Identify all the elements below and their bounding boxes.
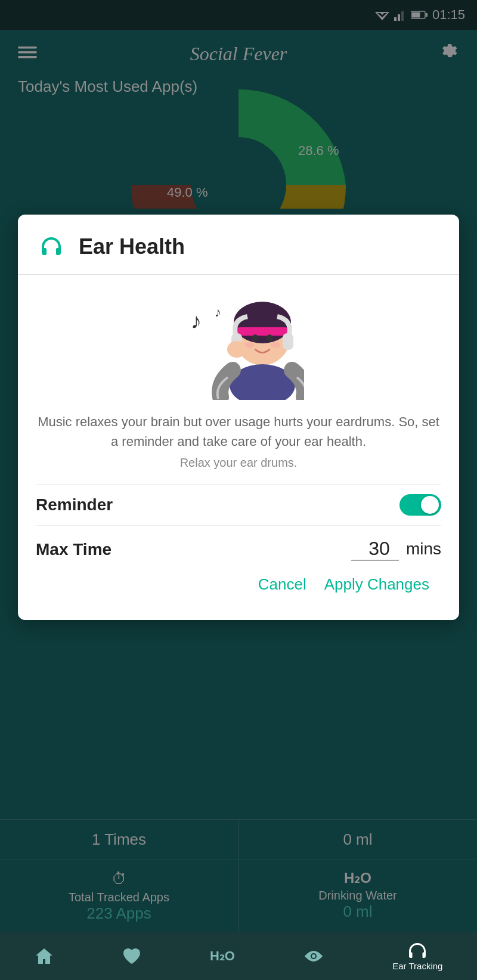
dialog-sub-text: Relax your ear drums.: [36, 456, 441, 470]
nav-heart[interactable]: [122, 947, 141, 965]
eye-icon: [303, 948, 324, 964]
svg-text:♪: ♪: [215, 305, 221, 320]
ear-tracking-label: Ear Tracking: [392, 961, 442, 971]
max-time-input[interactable]: [351, 538, 399, 561]
girl-illustration: ♪ ♪: [173, 287, 304, 400]
toggle-knob: [421, 496, 439, 514]
nav-water[interactable]: H₂O: [210, 948, 235, 964]
dialog-description: Music relaxes your brain but over usage …: [36, 412, 441, 451]
reminder-toggle[interactable]: [399, 494, 441, 516]
svg-text:♪: ♪: [191, 309, 202, 333]
max-time-label: Max Time: [36, 540, 111, 559]
svg-point-26: [271, 342, 280, 348]
svg-rect-20: [236, 327, 289, 336]
svg-point-24: [267, 334, 272, 342]
svg-point-15: [36, 231, 67, 262]
nav-eye[interactable]: [303, 948, 324, 964]
nav-ear-tracking[interactable]: Ear Tracking: [392, 942, 442, 971]
max-time-unit: mins: [406, 539, 441, 561]
svg-point-23: [252, 334, 258, 342]
headphone-nav-icon: [407, 942, 428, 959]
max-time-right: mins: [351, 538, 441, 561]
reminder-row: Reminder: [36, 484, 441, 525]
max-time-row: Max Time mins: [36, 525, 441, 575]
nav-bar: H₂O Ear Tracking: [0, 932, 477, 980]
svg-point-28: [227, 341, 246, 358]
dialog-header: Ear Health: [18, 215, 459, 275]
dialog-body: ♪ ♪: [18, 275, 459, 620]
cancel-button[interactable]: Cancel: [258, 575, 306, 594]
apply-changes-button[interactable]: Apply Changes: [324, 575, 429, 594]
ear-health-dialog: Ear Health ♪ ♪: [18, 215, 459, 620]
home-icon: [35, 947, 54, 965]
dialog-illustration: ♪ ♪: [36, 287, 441, 400]
reminder-label: Reminder: [36, 495, 113, 514]
nav-home[interactable]: [35, 947, 54, 965]
svg-rect-22: [283, 333, 293, 350]
water-nav-icon: H₂O: [210, 948, 235, 964]
headphone-icon: [36, 231, 67, 262]
dialog-title: Ear Health: [79, 234, 185, 259]
dialog-actions: Cancel Apply Changes: [36, 575, 441, 608]
heart-icon: [122, 947, 141, 965]
svg-point-19: [234, 302, 291, 343]
